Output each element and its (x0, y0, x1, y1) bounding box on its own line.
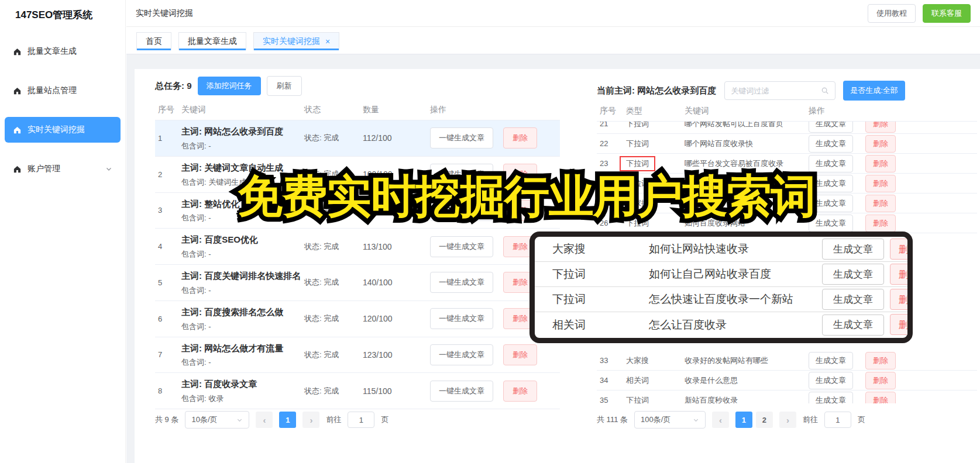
tab-label: 首页 (146, 36, 162, 47)
delete-button[interactable]: 删除 (503, 344, 537, 365)
delete-button[interactable]: 删除 (503, 200, 537, 221)
next-page-button[interactable] (779, 412, 796, 428)
keyword-type: 大家搜 (552, 241, 649, 257)
close-icon[interactable] (320, 37, 330, 46)
generate-article-button[interactable]: 生成文章 (809, 175, 853, 192)
top-header: 实时关键词挖掘 使用教程 联系客服 (126, 0, 980, 27)
keyword-text: 如何百度收录网站 (682, 218, 806, 229)
task-actions: 一键生成文章删除 (427, 381, 560, 402)
task-actions: 一键生成文章删除 (427, 200, 560, 221)
task-status: 状态: 完成 (301, 350, 360, 360)
generate-article-button[interactable]: 生成文章 (809, 155, 853, 172)
goto-page-input[interactable] (348, 412, 374, 428)
keyword-filter-input[interactable] (731, 87, 821, 95)
task-keyword-cell: 主词: 网站怎么做才有流量包含词: - (178, 342, 301, 368)
delete-button[interactable]: 删除 (865, 392, 896, 404)
delete-button[interactable]: 删除 (865, 352, 896, 369)
sidebar-item-account[interactable]: 账户管理 (5, 156, 121, 182)
generate-article-button[interactable]: 生成文章 (809, 392, 853, 404)
generate-articles-button[interactable]: 一键生成文章 (430, 272, 493, 293)
tutorial-button[interactable]: 使用教程 (868, 4, 916, 23)
total-tasks-label: 总任务: 9 (155, 81, 192, 92)
page-button[interactable]: 1 (735, 412, 752, 428)
delete-button[interactable]: 删除 (865, 215, 896, 232)
home-icon (13, 126, 22, 134)
task-row: 6主词: 百度搜索排名怎么做包含词: -状态: 完成120/100一键生成文章删… (155, 301, 560, 337)
goto-page-input[interactable] (824, 412, 851, 428)
col-index: 序号 (155, 105, 178, 115)
keyword-index: 35 (597, 396, 623, 403)
generate-article-button[interactable]: 生成文章 (809, 195, 853, 212)
prev-page-button[interactable] (256, 412, 273, 428)
task-keyword-cell: 主词: 百度搜索排名怎么做包含词: - (178, 306, 301, 332)
tab-batch-article[interactable]: 批量文章生成 (178, 32, 246, 50)
refresh-button[interactable]: 刷新 (267, 76, 302, 96)
delete-button[interactable]: 删除 (503, 164, 537, 185)
tab-home[interactable]: 首页 (136, 32, 171, 50)
page-size-select[interactable]: 100条/页 (634, 411, 706, 429)
task-actions: 一键生成文章删除 (427, 164, 560, 185)
task-row: 5主词: 百度关键词排名快速排名包含词: -状态: 完成140/100一键生成文… (155, 265, 560, 301)
sidebar-item-label: 账户管理 (27, 164, 60, 174)
keyword-type: 下拉词 (623, 395, 682, 404)
keyword-filter-field (724, 81, 835, 100)
task-index: 3 (155, 206, 178, 215)
generate-article-button[interactable]: 生成文章 (809, 352, 853, 369)
zoomed-keyword-row: 下拉词怎么快速让百度收录一个新站生成文章删除 (535, 287, 907, 312)
generate-articles-button[interactable]: 一键生成文章 (430, 308, 493, 329)
generate-articles-button[interactable]: 一键生成文章 (430, 164, 493, 185)
delete-button: 删除 (890, 239, 913, 260)
generate-articles-button[interactable]: 一键生成文章 (430, 236, 493, 257)
task-index: 5 (155, 278, 178, 287)
page-button[interactable]: 2 (756, 412, 773, 428)
generate-article-button[interactable]: 生成文章 (809, 122, 853, 133)
delete-button[interactable]: 删除 (865, 155, 896, 172)
col-index: 序号 (597, 106, 623, 116)
generate-article-button[interactable]: 生成文章 (809, 215, 853, 232)
sidebar-item-batch-article[interactable]: 批量文章生成 (5, 39, 121, 64)
delete-button[interactable]: 删除 (865, 372, 896, 389)
delete-button[interactable]: 删除 (503, 381, 537, 402)
generate-articles-button[interactable]: 一键生成文章 (430, 200, 493, 221)
generate-articles-button[interactable]: 一键生成文章 (430, 381, 493, 402)
delete-button[interactable]: 删除 (865, 122, 896, 133)
delete-button[interactable]: 删除 (865, 175, 896, 192)
sidebar-item-keyword-mining[interactable]: 实时关键词挖掘 (5, 117, 121, 143)
page-button[interactable]: 1 (279, 412, 296, 428)
sidebar-item-label: 批量站点管理 (27, 85, 77, 96)
task-row: 7主词: 网站怎么做才有流量包含词: -状态: 完成123/100一键生成文章删… (155, 337, 560, 374)
home-icon (13, 165, 22, 174)
keyword-row: 23下拉词哪些平台发文容易被百度收录生成文章删除 (597, 154, 977, 174)
next-page-button[interactable] (302, 412, 319, 428)
keyword-index: 22 (597, 139, 623, 148)
keyword-type: 相关词 (623, 375, 682, 386)
generate-article-button[interactable]: 生成文章 (809, 135, 853, 153)
generate-article-button[interactable]: 生成文章 (809, 372, 853, 389)
delete-button[interactable]: 删除 (865, 195, 896, 212)
add-task-button[interactable]: 添加挖词任务 (198, 77, 261, 95)
keyword-type: 下拉词 (623, 156, 682, 171)
keyword-actions: 生成文章删除 (806, 215, 977, 232)
task-actions: 一键生成文章删除 (427, 344, 560, 365)
task-count: 140/100 (360, 278, 427, 287)
page-size-value: 10条/页 (191, 414, 217, 425)
delete-button[interactable]: 删除 (865, 135, 896, 153)
task-status: 状态: 完成 (301, 241, 360, 252)
zoomed-keyword-row: 相关词怎么让百度收录生成文章删除 (535, 312, 907, 337)
generate-filter-button[interactable]: 是否生成:全部 (843, 81, 905, 101)
keyword-row: 26下拉词如何百度收录网站生成文章删除 (597, 213, 977, 233)
tasks-table-body: 1主词: 网站怎么收录到百度包含词: -状态: 完成112/100一键生成文章删… (155, 120, 560, 409)
delete-button[interactable]: 删除 (503, 127, 537, 148)
task-count: 123/100 (360, 350, 427, 360)
task-count: 100/100 (360, 170, 427, 179)
generate-articles-button[interactable]: 一键生成文章 (430, 344, 493, 365)
col-keyword: 关键词 (682, 106, 806, 116)
page-size-select[interactable]: 10条/页 (185, 411, 249, 429)
keyword-text: 如何让自己网站收录百度 (649, 267, 822, 282)
sidebar-item-batch-site[interactable]: 批量站点管理 (5, 78, 121, 103)
tab-keyword-mining[interactable]: 实时关键词挖掘 (253, 32, 339, 50)
contact-support-button[interactable]: 联系客服 (923, 4, 971, 23)
prev-page-button[interactable] (712, 412, 729, 428)
task-include-word: 包含词: - (181, 285, 301, 296)
generate-articles-button[interactable]: 一键生成文章 (430, 127, 493, 148)
